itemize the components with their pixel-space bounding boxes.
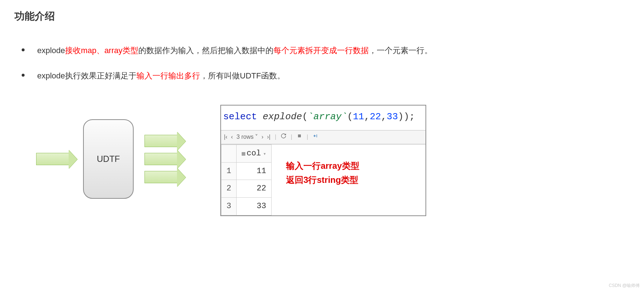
backtick: ` — [308, 111, 314, 122]
column-name: col — [247, 149, 261, 158]
table-header-row: ▦col▾ — [221, 145, 272, 163]
next-page-icon[interactable]: › — [262, 132, 263, 142]
bullet-text: explode接收map、array类型的数据作为输入，然后把输入数据中的每个元… — [37, 43, 630, 58]
prev-page-icon[interactable]: ‹ — [231, 132, 233, 142]
text-segment: 的数据作为输入，然后把输入数据中的 — [138, 46, 273, 55]
number-literal: 33 — [387, 111, 398, 122]
udtf-diagram: UDTF — [36, 119, 177, 199]
bullet-text: explode执行效果正好满足于输入一行输出多行，所有叫做UDTF函数。 — [37, 69, 630, 83]
result-toolbar: |‹ ‹ 3 rows ˅ › ›| | | | — [221, 130, 425, 145]
refresh-icon[interactable] — [281, 132, 286, 142]
text-segment-red: 输入一行输出多行 — [137, 71, 200, 80]
rows-dropdown[interactable]: 3 rows ˅ — [237, 132, 258, 142]
result-table: ▦col▾ 1 11 2 22 3 33 — [221, 145, 272, 215]
cell-value: 11 — [237, 162, 272, 180]
arrow-out-icon — [144, 171, 177, 183]
text-segment: ，一个元素一行。 — [369, 46, 432, 55]
first-page-icon[interactable]: |‹ — [224, 132, 227, 142]
annotation-line: 输入一行array类型 — [286, 159, 359, 173]
text-segment: , — [364, 111, 370, 122]
number-literal: 11 — [353, 111, 364, 122]
udtf-label: UDTF — [97, 151, 120, 167]
text-segment: ，所有叫做UDTF函数。 — [200, 71, 285, 80]
corner-cell — [221, 145, 237, 163]
separator: | — [275, 132, 276, 142]
rows-count-label: 3 rows — [237, 132, 254, 142]
arrows-out — [144, 132, 177, 186]
arrow-out-icon — [144, 135, 177, 147]
section-heading: 功能介绍 — [14, 7, 630, 25]
text-segment: , — [381, 111, 387, 122]
column-header[interactable]: ▦col▾ — [237, 145, 272, 163]
bullet-item: explode执行效果正好满足于输入一行输出多行，所有叫做UDTF函数。 — [22, 69, 630, 83]
row-index: 2 — [221, 180, 237, 198]
column-icon: ▦ — [242, 151, 245, 157]
text-segment: )); — [398, 111, 415, 122]
sql-code: select explode(`array`(11,22,33)); — [221, 106, 425, 130]
text-segment-red: 接收map、array类型 — [65, 46, 138, 55]
bullet-list: explode接收map、array类型的数据作为输入，然后把输入数据中的每个元… — [22, 43, 630, 83]
cell-value: 33 — [237, 197, 272, 215]
text-segment: explode执行效果正好满足于 — [37, 71, 137, 80]
arrow-out-icon — [144, 153, 177, 165]
annotation-box: 输入一行array类型 返回3行string类型 — [286, 159, 359, 187]
result-area: ▦col▾ 1 11 2 22 3 33 输入一行array类型 返回 — [221, 145, 425, 215]
keyword-select: select — [223, 111, 257, 122]
last-page-icon[interactable]: ›| — [267, 132, 270, 142]
cell-value: 22 — [237, 180, 272, 198]
stop-icon[interactable] — [297, 132, 302, 142]
row-index: 3 — [221, 197, 237, 215]
udtf-box: UDTF — [83, 119, 134, 199]
table-row: 2 22 — [221, 180, 272, 198]
export-icon[interactable] — [312, 132, 318, 142]
text-segment: ( — [347, 111, 353, 122]
separator: | — [291, 132, 292, 142]
text-segment: ( — [302, 111, 308, 122]
sort-icon[interactable]: ▾ — [263, 151, 266, 157]
bullet-dot-icon — [22, 74, 25, 77]
table-row: 1 11 — [221, 162, 272, 180]
array-word: array — [314, 111, 342, 122]
row-index: 1 — [221, 162, 237, 180]
annotation-line: 返回3行string类型 — [286, 173, 359, 187]
chevron-down-icon: ˅ — [255, 132, 258, 142]
text-segment-red: 每个元素拆开变成一行数据 — [273, 46, 369, 55]
number-literal: 22 — [370, 111, 381, 122]
result-panel: select explode(`array`(11,22,33)); |‹ ‹ … — [220, 105, 426, 216]
table-row: 3 33 — [221, 197, 272, 215]
lower-row: UDTF select explode(`array`(11,22,33)); … — [14, 105, 630, 216]
func-name: explode — [257, 111, 302, 122]
bullet-dot-icon — [22, 48, 25, 51]
arrow-in-icon — [36, 153, 69, 165]
separator: | — [307, 132, 308, 142]
text-segment: explode — [37, 46, 65, 55]
svg-rect-0 — [298, 134, 301, 137]
bullet-item: explode接收map、array类型的数据作为输入，然后把输入数据中的每个元… — [22, 43, 630, 58]
backtick: ` — [342, 111, 347, 122]
